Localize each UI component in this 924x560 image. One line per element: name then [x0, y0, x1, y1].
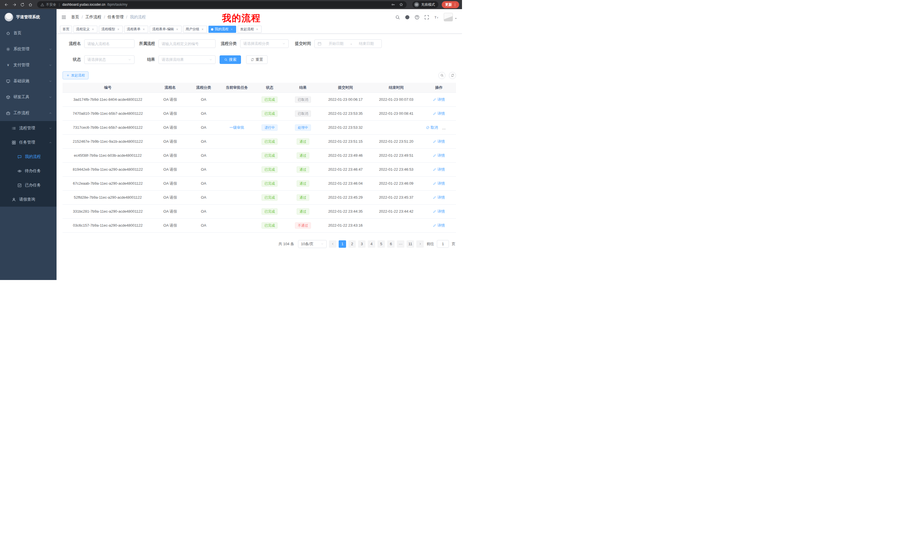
sidebar-item-label: 已办任务 [25, 183, 41, 188]
sidebar-item-done-task[interactable]: 已办任务 [0, 178, 57, 192]
close-icon[interactable] [201, 27, 204, 31]
sidebar-item-task-mgmt[interactable]: 任务管理 [0, 135, 57, 150]
breadcrumb-item[interactable]: 工作流程 [86, 15, 101, 20]
app-logo[interactable]: 芋道管理系统 [0, 9, 57, 25]
chevron-down-icon [282, 42, 285, 45]
process-name-input[interactable] [84, 39, 135, 48]
reset-button[interactable]: 重置 [246, 55, 267, 64]
github-icon[interactable] [405, 15, 410, 20]
user-avatar[interactable] [444, 13, 458, 21]
page-button[interactable]: ··· [397, 240, 404, 248]
cell-end-time [370, 219, 422, 232]
detail-link[interactable]: 详情 [433, 223, 445, 228]
search-icon [224, 58, 228, 61]
result-select[interactable]: 请选择流结果 [159, 55, 216, 64]
key-icon[interactable] [391, 3, 395, 7]
page-button[interactable]: 6 [387, 240, 394, 248]
close-icon[interactable] [230, 27, 234, 31]
sidebar-item-todo-task[interactable]: 待办任务 [0, 164, 57, 178]
action-label: 详情 [438, 223, 445, 228]
tab-1[interactable]: 流程定义 [74, 26, 98, 33]
toggle-search-button[interactable] [438, 72, 446, 79]
home-icon [6, 31, 10, 35]
url-host: dashboard.yudao.iocoder.cn [62, 3, 105, 7]
page-button[interactable]: 5 [378, 240, 385, 248]
detail-link[interactable]: 详情 [433, 181, 445, 186]
detail-link[interactable]: 详情 [433, 209, 445, 214]
tab-0[interactable]: 首页 [60, 26, 72, 33]
detail-link[interactable]: 详情 [433, 167, 445, 172]
close-icon[interactable] [176, 27, 179, 31]
sidebar-item-infrastructure[interactable]: 基础设施 [0, 73, 57, 89]
cell-task [220, 135, 254, 148]
address-bar[interactable]: 不安全 | dashboard.yudao.iocoder.cn/bpm/tas… [37, 1, 406, 8]
page-button[interactable]: 4 [368, 240, 375, 248]
search-button[interactable]: 搜索 [220, 55, 241, 64]
submit-time-range[interactable]: 开始日期 - 结束日期 [314, 39, 382, 48]
sidebar-item-process-mgmt[interactable]: 流程管理 [0, 121, 57, 135]
cell-submit-time: 2022-01-22 23:43:16 [320, 219, 370, 232]
detail-link[interactable]: 详情 [433, 153, 445, 158]
page-size-value: 10条/页 [301, 241, 314, 247]
tab-4[interactable]: 流程表单-编辑 [150, 26, 182, 33]
reload-icon[interactable] [19, 1, 26, 8]
tab-7[interactable]: 发起流程 [238, 26, 261, 33]
cancel-link[interactable]: 取消 [426, 125, 438, 130]
create-process-button[interactable]: 发起流程 [63, 71, 88, 79]
sidebar-item-system-mgmt[interactable]: 系统管理 [0, 41, 57, 57]
tab-5[interactable]: 用户分组 [183, 26, 207, 33]
close-icon[interactable] [91, 27, 95, 31]
tab-3[interactable]: 流程表单 [124, 26, 148, 33]
result-badge: 已取消 [295, 96, 311, 103]
detail-link[interactable]: 详情 [433, 195, 445, 200]
star-icon[interactable] [399, 3, 403, 7]
close-icon[interactable] [255, 27, 259, 31]
page-button[interactable]: 11 [406, 240, 414, 248]
detail-link[interactable]: 详情 [433, 139, 445, 144]
parent-process-input[interactable] [159, 39, 216, 48]
action-label: 取消 [430, 125, 438, 130]
close-icon[interactable] [142, 27, 146, 31]
status-select[interactable]: 请选择状态 [84, 55, 135, 64]
sidebar-item-my-process[interactable]: 我的流程 [0, 150, 57, 164]
search-icon[interactable] [395, 15, 400, 20]
task-link[interactable]: 一级审批 [229, 125, 244, 130]
category-select[interactable]: 请选择流程分类 [240, 39, 289, 48]
page-size-select[interactable]: 10条/页 [298, 240, 327, 248]
forward-icon[interactable] [11, 1, 18, 8]
sidebar-item-payment-mgmt[interactable]: ¥支付管理 [0, 57, 57, 73]
cell-result: 已取消 [285, 93, 320, 106]
detail-link[interactable]: 详情 [433, 97, 445, 102]
status-badge: 已完成 [261, 222, 278, 229]
tab-label: 流程表单 [127, 27, 141, 32]
refresh-table-button[interactable] [449, 72, 456, 79]
next-page-button[interactable] [416, 240, 424, 248]
page-button-active[interactable]: 1 [339, 240, 346, 248]
eye-icon [17, 169, 22, 173]
back-icon[interactable] [3, 1, 10, 8]
tab-6[interactable]: 我的流程 [208, 26, 236, 33]
sidebar-item-home[interactable]: 首页 [0, 25, 57, 41]
sidebar-toggle-icon[interactable] [61, 15, 66, 20]
home-icon[interactable] [27, 1, 34, 8]
tab-2[interactable]: 流程模型 [99, 26, 123, 33]
font-size-icon[interactable]: TT [434, 15, 439, 20]
sidebar-item-dev-tools[interactable]: 研发工具 [0, 89, 57, 105]
sidebar-item-workflow[interactable]: 工作流程 [0, 105, 57, 121]
detail-link[interactable]: 详情 [433, 111, 445, 116]
page-button[interactable]: 2 [348, 240, 356, 248]
goto-page-input[interactable] [437, 240, 449, 248]
prev-page-button[interactable] [329, 240, 336, 248]
fullscreen-icon[interactable] [424, 15, 429, 20]
incognito-badge[interactable]: 无痕模式 [412, 1, 438, 8]
page-button[interactable]: 3 [358, 240, 366, 248]
status-badge: 已完成 [261, 166, 278, 173]
close-icon[interactable] [117, 27, 120, 31]
monitor-icon [6, 79, 10, 83]
breadcrumb-item[interactable]: 首页 [71, 15, 79, 20]
breadcrumb-item[interactable]: 任务管理 [108, 15, 124, 20]
cell-name: OA 请假 [153, 148, 188, 162]
question-icon[interactable] [415, 15, 420, 20]
sidebar-item-leave-query[interactable]: 请假查询 [0, 192, 57, 207]
update-button[interactable]: 更新 [442, 1, 459, 8]
